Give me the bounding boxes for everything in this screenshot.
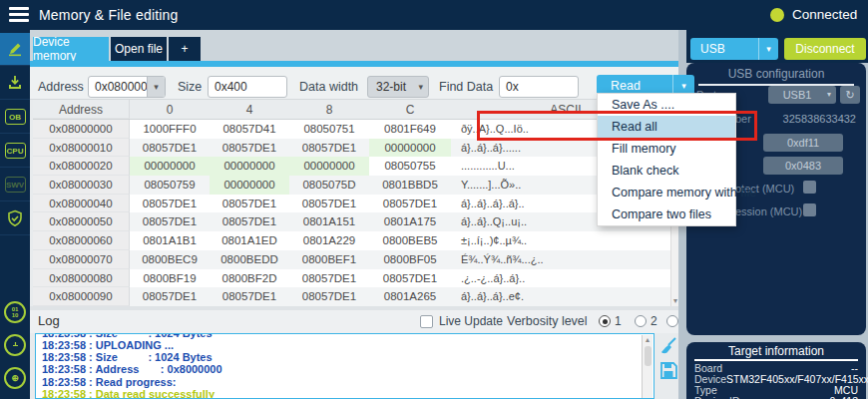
sidebar-item-security[interactable] (0, 202, 30, 235)
memory-cell[interactable]: 08057DE1 (130, 139, 210, 158)
menu-item-blank-check[interactable]: Blank check (598, 160, 735, 182)
address-cell: 0x08000070 (33, 250, 130, 269)
address-cell: 0x08000000 (33, 120, 130, 139)
table-row: 0x08000090 08057DE1 08057DE1 08057DE1 08… (33, 287, 670, 306)
menu-item-read-all[interactable]: Read all (598, 116, 735, 138)
refresh-ports-button[interactable]: ↻ (840, 86, 860, 104)
memory-cell[interactable]: 08057DE1 (289, 195, 369, 213)
memory-cell[interactable]: 0800BF05 (369, 250, 451, 269)
memory-cell[interactable]: 0801A151 (289, 212, 369, 231)
memory-cell[interactable]: 08057D41 (210, 120, 289, 139)
sidebar-item-swv[interactable]: SWV (0, 169, 30, 201)
ascii-cell[interactable]: É¾..Ý¾..ñ¾...¿.. (451, 250, 670, 269)
ascii-cell[interactable]: ±¡..í¡..)¢..µ¾.. (451, 231, 670, 250)
memory-cell[interactable]: 00000000 (289, 157, 369, 176)
broom-icon (659, 336, 679, 356)
vid-field[interactable]: 0x0483 (763, 157, 843, 175)
pid-field[interactable]: 0xdf11 (763, 134, 843, 152)
memory-cell[interactable]: 0801A229 (289, 231, 369, 250)
table-row: 0x08000010 08057DE1 08057DE1 08057DE1 00… (33, 139, 670, 158)
memory-cell[interactable]: 00000000 (369, 139, 451, 158)
menu-item-save-as[interactable]: Save As .... (598, 94, 735, 116)
regression-checkbox[interactable] (803, 203, 816, 216)
sidebar-item-memory-editing[interactable] (0, 33, 30, 66)
log-scrollbar[interactable]: ▴ (642, 335, 652, 398)
memory-cell[interactable]: 08057DE1 (210, 139, 289, 158)
memory-cell[interactable]: 08057DE1 (369, 269, 451, 288)
save-log-button[interactable] (659, 361, 679, 381)
scroll-up-icon[interactable]: ▴ (643, 335, 652, 344)
memory-cell[interactable]: 0800BEF1 (289, 250, 369, 269)
port-select[interactable]: USB1 ▾ (768, 86, 836, 104)
memory-cell[interactable]: 08057DE1 (369, 195, 451, 213)
memory-cell[interactable]: 0805075D (289, 176, 369, 195)
address-cell: 0x08000060 (33, 231, 130, 250)
sidebar-item-erase-programming[interactable] (0, 67, 30, 100)
ascii-cell[interactable]: .¿..-¿..á}..á}.. (451, 269, 670, 288)
memory-cell[interactable]: 0801F649 (369, 120, 451, 139)
sidebar-item-external-loader[interactable]: ⊕ (0, 361, 30, 394)
verbosity-radio-2[interactable] (635, 315, 647, 327)
page-title: Memory & File editing (39, 7, 179, 23)
find-data-input[interactable]: 0x (499, 76, 579, 98)
ascii-cell[interactable]: á}..á}..á}..e¢. (451, 287, 670, 306)
memory-cell[interactable]: 08057DE1 (210, 287, 289, 306)
menu-item-compare-two-files[interactable]: Compare two files (598, 203, 735, 225)
menu-item-compare-memory-with-file[interactable]: Compare memory with file (598, 182, 735, 203)
verbosity-radio-1[interactable] (599, 315, 611, 327)
memory-cell[interactable]: 08050759 (130, 176, 210, 195)
memory-cell[interactable]: 0800BF19 (130, 269, 210, 288)
data-width-select[interactable]: 32-bit ▾ (367, 76, 429, 98)
verbosity-radio-3[interactable] (666, 315, 678, 327)
log-scroll-thumb[interactable] (645, 346, 651, 366)
memory-cell[interactable]: 08057DE1 (289, 269, 369, 288)
memory-cell[interactable]: 08057DE1 (130, 195, 210, 213)
sidebar-item-option-bytes[interactable]: OB (0, 101, 30, 134)
menu-item-fill-memory[interactable]: Fill memory (598, 138, 735, 160)
memory-cell[interactable]: 0800BEDD (210, 250, 289, 269)
sidebar-item-bottom-partial[interactable] (0, 394, 30, 399)
memory-cell[interactable]: 0800BEC9 (130, 250, 210, 269)
chevron-down-icon[interactable]: ▾ (147, 77, 165, 97)
log-area[interactable]: 18:23:58 : Size : 1024 Bytes 18:23:58 : … (35, 333, 654, 399)
address-cell: 0x08000080 (33, 269, 130, 288)
memory-cell[interactable]: 0801A1B1 (130, 231, 210, 250)
chevron-down-icon: ▾ (827, 86, 831, 104)
sidebar-item-register-viewer[interactable]: 01 10 (0, 295, 30, 328)
memory-cell[interactable]: 08057DE1 (210, 195, 289, 213)
memory-cell[interactable]: 0801BBD5 (369, 176, 451, 195)
memory-cell[interactable]: 08050755 (369, 157, 451, 176)
memory-cell[interactable]: 0800BF2D (210, 269, 289, 288)
chevron-down-icon: ▾ (418, 77, 423, 97)
log-line: 18:23:58 : UPLOADING ... (36, 339, 653, 351)
read-unprotect-checkbox[interactable] (803, 181, 816, 194)
memory-cell[interactable]: 00000000 (130, 157, 210, 176)
clear-log-button[interactable] (659, 336, 679, 356)
memory-cell[interactable]: 1000FFF0 (130, 120, 210, 139)
memory-cell[interactable]: 0801A175 (369, 212, 451, 231)
memory-cell[interactable]: 0801A265 (369, 287, 451, 306)
memory-cell[interactable]: 08057DE1 (289, 139, 369, 158)
sidebar-item-board[interactable] (0, 328, 30, 361)
address-combo[interactable]: 0x0800000C ▾ (88, 76, 166, 98)
tab-add[interactable]: + (169, 37, 201, 61)
sidebar-item-cpu[interactable]: CPU (0, 135, 30, 168)
memory-cell[interactable]: 08057DE1 (130, 212, 210, 231)
hamburger-menu-icon[interactable] (9, 7, 29, 23)
live-update-checkbox[interactable] (420, 315, 433, 328)
memory-cell[interactable]: 08057DE1 (210, 212, 289, 231)
tab-device-memory[interactable]: Device memory (33, 37, 109, 61)
tab-open-file[interactable]: Open file (111, 37, 167, 61)
table-row: 0x08000030 08050759 00000000 0805075D 08… (33, 176, 670, 195)
connection-type-select[interactable]: USB ▾ (690, 38, 778, 60)
memory-cell[interactable]: 08057DE1 (130, 287, 210, 306)
memory-cell[interactable]: 0800BEB5 (369, 231, 451, 250)
memory-cell[interactable]: 00000000 (210, 176, 289, 195)
memory-cell[interactable]: 08050751 (289, 120, 369, 139)
disconnect-button[interactable]: Disconnect (784, 38, 866, 60)
memory-cell[interactable]: 08057DE1 (289, 287, 369, 306)
memory-cell[interactable]: 0801A1ED (210, 231, 289, 250)
binary-bottom: 10 (12, 312, 19, 318)
size-input[interactable]: 0x400 (208, 76, 287, 98)
memory-cell[interactable]: 00000000 (210, 157, 289, 176)
